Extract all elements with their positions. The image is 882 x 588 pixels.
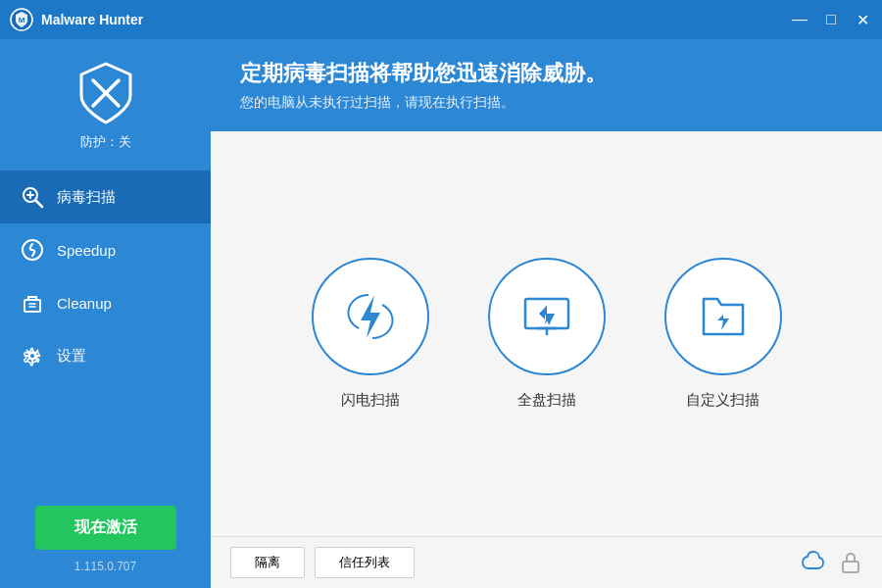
svg-text:M: M: [19, 16, 25, 24]
trust-list-button[interactable]: 信任列表: [315, 547, 415, 578]
close-button[interactable]: ✕: [853, 10, 872, 29]
header-main-text: 定期病毒扫描将帮助您迅速消除威胁。: [240, 59, 853, 88]
svg-line-5: [36, 201, 43, 208]
flash-scan-option[interactable]: 闪电扫描: [312, 258, 429, 410]
custom-scan-option[interactable]: 自定义扫描: [664, 258, 782, 410]
version-label: 1.115.0.707: [74, 560, 136, 573]
sidebar-item-label-speedup: Speedup: [57, 242, 116, 259]
sidebar-item-cleanup[interactable]: Cleanup: [0, 276, 211, 329]
custom-scan-label: 自定义扫描: [686, 391, 760, 410]
main-layout: 防护：关 病毒扫描 Speedup: [0, 39, 882, 588]
app-title: Malware Hunter: [41, 12, 790, 27]
content-footer: 隔离 信任列表: [211, 536, 882, 588]
svg-rect-17: [843, 562, 858, 572]
protection-label: 防护：关: [80, 133, 131, 151]
nav-items: 病毒扫描 Speedup Cleanup: [0, 171, 211, 382]
full-scan-circle: [488, 258, 606, 375]
activate-button[interactable]: 现在激活: [35, 506, 176, 550]
title-bar: M Malware Hunter — □ ✕: [0, 0, 882, 39]
lock-icon: [839, 551, 862, 574]
sidebar-item-label-cleanup: Cleanup: [57, 295, 112, 312]
protection-status: 防护：关: [72, 59, 140, 151]
app-logo: M: [10, 8, 33, 31]
window-controls: — □ ✕: [790, 10, 872, 29]
sidebar-item-settings[interactable]: 设置: [0, 329, 211, 382]
sidebar-item-speedup[interactable]: Speedup: [0, 223, 211, 276]
flash-scan-circle: [312, 258, 429, 375]
minimize-button[interactable]: —: [790, 10, 809, 29]
full-scan-label: 全盘扫描: [517, 391, 576, 410]
svg-rect-9: [24, 300, 40, 312]
maximize-button[interactable]: □: [821, 10, 841, 29]
cloud-icon[interactable]: [802, 549, 829, 576]
flash-scan-label: 闪电扫描: [341, 391, 400, 410]
content-header: 定期病毒扫描将帮助您迅速消除威胁。 您的电脑从未执行过扫描，请现在执行扫描。: [211, 39, 882, 131]
scan-options: 闪电扫描 全盘扫描: [211, 131, 882, 536]
header-sub-text: 您的电脑从未执行过扫描，请现在执行扫描。: [240, 94, 853, 112]
sidebar: 防护：关 病毒扫描 Speedup: [0, 39, 211, 588]
shield-icon: [72, 59, 140, 127]
quarantine-button[interactable]: 隔离: [230, 547, 305, 578]
svg-point-13: [29, 353, 35, 359]
sidebar-item-label-settings: 设置: [57, 347, 86, 366]
custom-scan-circle: [664, 258, 782, 375]
sidebar-item-virus-scan[interactable]: 病毒扫描: [0, 171, 211, 223]
full-scan-option[interactable]: 全盘扫描: [488, 258, 606, 410]
sidebar-item-label-virus-scan: 病毒扫描: [57, 188, 116, 207]
content-area: 定期病毒扫描将帮助您迅速消除威胁。 您的电脑从未执行过扫描，请现在执行扫描。 闪…: [211, 39, 882, 588]
